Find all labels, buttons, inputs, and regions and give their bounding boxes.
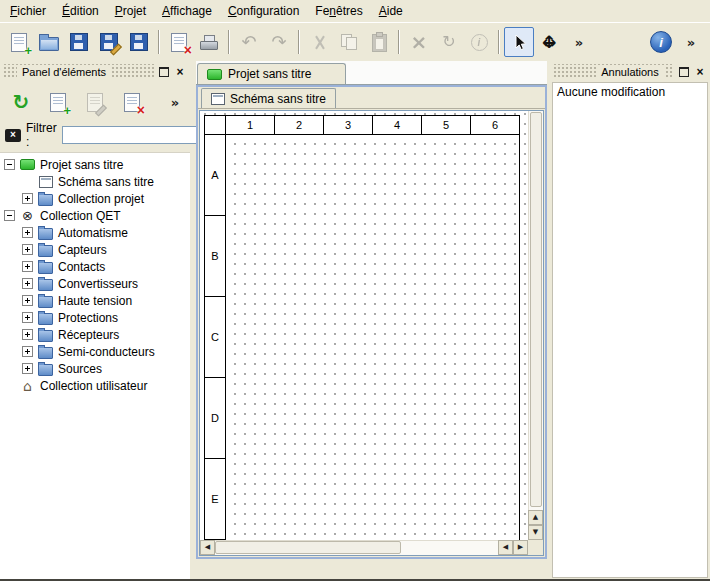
refresh-green-icon: ↻ <box>13 92 30 112</box>
save-project-button[interactable] <box>64 27 94 57</box>
scroll-left-button-2[interactable] <box>498 540 513 555</box>
expand-icon[interactable] <box>22 244 33 255</box>
page-close-icon: × <box>124 93 140 112</box>
new-project-button[interactable]: + <box>4 27 34 57</box>
column-header: 2 <box>274 115 324 135</box>
row-headers: ABCDE <box>204 134 226 540</box>
elements-panel-controls: × <box>154 64 187 79</box>
tree-item-label: Récepteurs <box>58 328 119 342</box>
row-header: D <box>204 377 226 459</box>
toolbar-separator <box>228 30 230 54</box>
tree-item[interactable]: Automatisme <box>0 224 190 241</box>
toolbar-extension-button[interactable]: » <box>564 27 594 57</box>
column-headers: 123456 <box>225 115 520 135</box>
undo-empty-text: Aucune modification <box>557 85 665 99</box>
menu-dition[interactable]: Édition <box>54 1 107 21</box>
save-project-as-button[interactable] <box>94 27 124 57</box>
tree-item[interactable]: ⌂Collection utilisateur <box>0 377 190 394</box>
pan-mode-button[interactable]: ↔↕ <box>534 27 564 57</box>
reload-collections-button[interactable]: ↻ <box>7 88 35 116</box>
schema-canvas[interactable]: 123456 ABCDE <box>200 111 528 540</box>
menu-aide[interactable]: Aide <box>371 1 411 21</box>
tree-item[interactable]: Protections <box>0 309 190 326</box>
expand-icon[interactable] <box>22 227 33 238</box>
scroll-right-button[interactable] <box>513 540 528 555</box>
element-info-button: i <box>464 27 494 57</box>
help-toolbar-extension-button[interactable]: » <box>676 27 706 57</box>
horizontal-scrollbar-thumb[interactable] <box>215 541 401 554</box>
info-blue-icon: i <box>650 31 672 53</box>
row-header: C <box>204 296 226 378</box>
main-toolbar: +×↶↷×↻i↔↕»i» <box>0 22 710 61</box>
printer-icon <box>200 35 218 50</box>
menu-fentres[interactable]: Fenêtres <box>307 1 370 21</box>
undo-list[interactable]: Aucune modification <box>552 82 708 578</box>
expand-icon[interactable] <box>22 312 33 323</box>
about-qet-button[interactable]: i <box>646 27 676 57</box>
elements-panel-close-button[interactable]: × <box>173 65 187 79</box>
tree-item[interactable]: ⊗Collection QET <box>0 207 190 224</box>
scroll-down-button[interactable] <box>528 525 543 540</box>
menu-affichage[interactable]: Affichage <box>154 1 220 21</box>
tree-item-label: Capteurs <box>58 243 107 257</box>
elements-panel-float-button[interactable] <box>157 65 171 79</box>
tree-item[interactable]: Capteurs <box>0 241 190 258</box>
tree-item[interactable]: Projet sans titre <box>0 156 190 173</box>
row-header: E <box>204 458 226 540</box>
expand-icon[interactable] <box>22 278 33 289</box>
expand-icon[interactable] <box>22 295 33 306</box>
tab-schema[interactable]: Schéma sans titre <box>201 88 336 108</box>
tree-item[interactable]: Semi-conducteurs <box>0 343 190 360</box>
scroll-left-button[interactable] <box>200 540 215 555</box>
schema-tab-label: Schéma sans titre <box>230 92 326 106</box>
schema-tabbar: Schéma sans titre <box>198 87 545 109</box>
delete-element-button[interactable]: × <box>118 88 146 116</box>
new-element-button[interactable]: + <box>44 88 72 116</box>
tab-project[interactable]: Projet sans titre <box>197 63 346 84</box>
selection-mode-button[interactable] <box>504 27 534 57</box>
tree-item[interactable]: Collection projet <box>0 190 190 207</box>
undo-panel-titlebar[interactable]: Annulations × <box>553 64 707 79</box>
collapse-icon[interactable] <box>4 159 15 170</box>
close-project-button[interactable]: × <box>164 27 194 57</box>
elements-panel-titlebar[interactable]: Panel d'éléments × <box>3 64 187 79</box>
undo-panel-close-button[interactable]: × <box>693 65 707 79</box>
folder-blue-icon <box>37 327 54 342</box>
toolbar-separator <box>298 30 300 54</box>
schema-wrapper: 123456 ABCDE <box>198 109 545 557</box>
horizontal-scrollbar[interactable] <box>200 540 528 555</box>
undo-arrow-icon: ↶ <box>241 33 256 51</box>
tree-item[interactable]: Schéma sans titre <box>0 173 190 190</box>
expand-icon[interactable] <box>22 346 33 357</box>
vertical-scrollbar[interactable] <box>528 111 543 540</box>
tree-item[interactable]: Sources <box>0 360 190 377</box>
print-button[interactable] <box>194 27 224 57</box>
open-project-button[interactable] <box>34 27 64 57</box>
elements-panel: Panel d'éléments × ↻+×» × Filtrer : Proj… <box>0 61 190 579</box>
vertical-scrollbar-thumb[interactable] <box>530 112 542 507</box>
expand-icon[interactable] <box>22 329 33 340</box>
menu-fichier[interactable]: Fichier <box>2 1 54 21</box>
scroll-up-button[interactable] <box>528 510 543 525</box>
tree-item[interactable]: Contacts <box>0 258 190 275</box>
clipboard-icon <box>372 32 387 52</box>
clear-filter-icon[interactable]: × <box>5 129 21 142</box>
menu-projet[interactable]: Projet <box>107 1 154 21</box>
expand-icon[interactable] <box>22 193 33 204</box>
tree-item[interactable]: Récepteurs <box>0 326 190 343</box>
undo-panel-float-button[interactable] <box>677 65 691 79</box>
menu-configuration[interactable]: Configuration <box>220 1 307 21</box>
panel-toolbar-extension-button[interactable]: » <box>167 88 183 116</box>
tree-item[interactable]: Haute tension <box>0 292 190 309</box>
folder-blue-icon <box>37 293 54 308</box>
toolbar-separator <box>158 30 160 54</box>
column-header: 4 <box>372 115 422 135</box>
filter-row: × Filtrer : <box>0 124 190 152</box>
tree-item[interactable]: Convertisseurs <box>0 275 190 292</box>
save-all-schemas-button[interactable] <box>124 27 154 57</box>
elements-tree: Projet sans titreSchéma sans titreCollec… <box>0 152 190 579</box>
collapse-icon[interactable] <box>4 210 15 221</box>
folder-blue-icon <box>37 242 54 257</box>
expand-icon[interactable] <box>22 261 33 272</box>
expand-icon[interactable] <box>22 363 33 374</box>
